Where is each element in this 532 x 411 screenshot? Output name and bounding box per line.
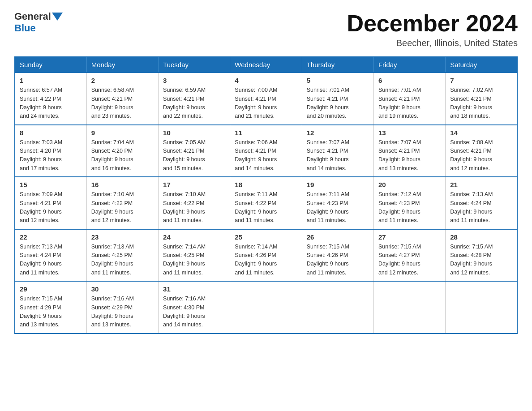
day-info: Sunrise: 7:16 AMSunset: 4:29 PMDaylight:… (91, 295, 154, 330)
calendar-day-cell: 17Sunrise: 7:10 AMSunset: 4:22 PMDayligh… (159, 177, 230, 229)
day-info: Sunrise: 7:02 AMSunset: 4:21 PMDaylight:… (450, 86, 512, 121)
day-info: Sunrise: 7:07 AMSunset: 4:21 PMDaylight:… (307, 138, 369, 173)
calendar-day-cell: 14Sunrise: 7:08 AMSunset: 4:21 PMDayligh… (446, 125, 517, 177)
day-number: 8 (20, 129, 82, 137)
calendar-day-cell: 18Sunrise: 7:11 AMSunset: 4:22 PMDayligh… (230, 177, 302, 229)
day-number: 30 (91, 285, 154, 293)
location: Beecher, Illinois, United States (347, 38, 518, 48)
day-info: Sunrise: 7:15 AMSunset: 4:27 PMDaylight:… (378, 243, 441, 278)
day-info: Sunrise: 7:12 AMSunset: 4:23 PMDaylight:… (378, 190, 441, 225)
header-saturday: Saturday (446, 57, 517, 73)
calendar-day-cell: 29Sunrise: 7:15 AMSunset: 4:29 PMDayligh… (15, 281, 86, 334)
header-monday: Monday (86, 57, 158, 73)
calendar-day-cell: 5Sunrise: 7:01 AMSunset: 4:21 PMDaylight… (302, 73, 373, 125)
calendar-week-row: 8Sunrise: 7:03 AMSunset: 4:20 PMDaylight… (15, 125, 517, 177)
calendar-day-cell: 8Sunrise: 7:03 AMSunset: 4:20 PMDaylight… (15, 125, 86, 177)
day-info: Sunrise: 6:59 AMSunset: 4:21 PMDaylight:… (163, 86, 225, 121)
day-number: 7 (450, 77, 512, 84)
header-thursday: Thursday (302, 57, 373, 73)
day-number: 18 (235, 181, 297, 188)
day-info: Sunrise: 7:14 AMSunset: 4:26 PMDaylight:… (235, 243, 297, 278)
day-number: 9 (91, 129, 154, 137)
calendar-day-cell: 28Sunrise: 7:15 AMSunset: 4:28 PMDayligh… (446, 229, 517, 282)
day-number: 27 (378, 233, 441, 241)
day-info: Sunrise: 7:00 AMSunset: 4:21 PMDaylight:… (235, 86, 297, 121)
day-info: Sunrise: 7:15 AMSunset: 4:26 PMDaylight:… (307, 243, 369, 278)
logo-blue: Blue (14, 22, 36, 34)
day-info: Sunrise: 7:07 AMSunset: 4:21 PMDaylight:… (378, 138, 441, 173)
empty-cell (446, 281, 517, 334)
calendar-week-row: 1Sunrise: 6:57 AMSunset: 4:22 PMDaylight… (15, 73, 517, 125)
day-info: Sunrise: 7:01 AMSunset: 4:21 PMDaylight:… (307, 86, 369, 121)
logo: General Blue (14, 11, 64, 34)
day-number: 26 (307, 233, 369, 241)
calendar-day-cell: 26Sunrise: 7:15 AMSunset: 4:26 PMDayligh… (302, 229, 373, 282)
day-number: 1 (20, 77, 82, 84)
calendar-day-cell: 16Sunrise: 7:10 AMSunset: 4:22 PMDayligh… (86, 177, 158, 229)
day-info: Sunrise: 7:03 AMSunset: 4:20 PMDaylight:… (20, 138, 82, 173)
day-number: 21 (450, 181, 512, 188)
logo-arrow-icon (52, 13, 63, 21)
calendar-day-cell: 27Sunrise: 7:15 AMSunset: 4:27 PMDayligh… (373, 229, 445, 282)
header-wednesday: Wednesday (230, 57, 302, 73)
day-info: Sunrise: 7:08 AMSunset: 4:21 PMDaylight:… (450, 138, 512, 173)
day-number: 6 (378, 77, 441, 84)
day-number: 3 (163, 77, 225, 84)
day-number: 15 (20, 181, 82, 188)
day-number: 31 (163, 285, 225, 293)
empty-cell (230, 281, 302, 334)
day-info: Sunrise: 7:10 AMSunset: 4:22 PMDaylight:… (163, 190, 225, 225)
header-tuesday: Tuesday (159, 57, 230, 73)
calendar-day-cell: 10Sunrise: 7:05 AMSunset: 4:21 PMDayligh… (159, 125, 230, 177)
calendar-day-cell: 13Sunrise: 7:07 AMSunset: 4:21 PMDayligh… (373, 125, 445, 177)
calendar-day-cell: 6Sunrise: 7:01 AMSunset: 4:21 PMDaylight… (373, 73, 445, 125)
calendar-day-cell: 22Sunrise: 7:13 AMSunset: 4:24 PMDayligh… (15, 229, 86, 282)
calendar-day-cell: 12Sunrise: 7:07 AMSunset: 4:21 PMDayligh… (302, 125, 373, 177)
calendar-day-cell: 1Sunrise: 6:57 AMSunset: 4:22 PMDaylight… (15, 73, 86, 125)
day-number: 10 (163, 129, 225, 137)
day-number: 28 (450, 233, 512, 241)
calendar-day-cell: 9Sunrise: 7:04 AMSunset: 4:20 PMDaylight… (86, 125, 158, 177)
day-info: Sunrise: 7:06 AMSunset: 4:21 PMDaylight:… (235, 138, 297, 173)
day-info: Sunrise: 7:11 AMSunset: 4:23 PMDaylight:… (307, 190, 369, 225)
calendar-day-cell: 4Sunrise: 7:00 AMSunset: 4:21 PMDaylight… (230, 73, 302, 125)
day-info: Sunrise: 6:58 AMSunset: 4:21 PMDaylight:… (91, 86, 154, 121)
calendar-day-cell: 23Sunrise: 7:13 AMSunset: 4:25 PMDayligh… (86, 229, 158, 282)
day-number: 16 (91, 181, 154, 188)
calendar-day-cell: 2Sunrise: 6:58 AMSunset: 4:21 PMDaylight… (86, 73, 158, 125)
day-info: Sunrise: 7:09 AMSunset: 4:21 PMDaylight:… (20, 190, 82, 225)
calendar-day-cell: 3Sunrise: 6:59 AMSunset: 4:21 PMDaylight… (159, 73, 230, 125)
day-info: Sunrise: 7:04 AMSunset: 4:20 PMDaylight:… (91, 138, 154, 173)
day-number: 12 (307, 129, 369, 137)
calendar-day-cell: 11Sunrise: 7:06 AMSunset: 4:21 PMDayligh… (230, 125, 302, 177)
day-number: 23 (91, 233, 154, 241)
day-number: 13 (378, 129, 441, 137)
day-number: 29 (20, 285, 82, 293)
calendar-day-cell: 19Sunrise: 7:11 AMSunset: 4:23 PMDayligh… (302, 177, 373, 229)
header-friday: Friday (373, 57, 445, 73)
calendar-day-cell: 30Sunrise: 7:16 AMSunset: 4:29 PMDayligh… (86, 281, 158, 334)
calendar-week-row: 29Sunrise: 7:15 AMSunset: 4:29 PMDayligh… (15, 281, 517, 334)
day-number: 19 (307, 181, 369, 188)
calendar-day-cell: 15Sunrise: 7:09 AMSunset: 4:21 PMDayligh… (15, 177, 86, 229)
day-number: 2 (91, 77, 154, 84)
day-info: Sunrise: 7:11 AMSunset: 4:22 PMDaylight:… (235, 190, 297, 225)
title-section: December 2024 Beecher, Illinois, United … (347, 11, 518, 48)
empty-cell (373, 281, 445, 334)
day-info: Sunrise: 6:57 AMSunset: 4:22 PMDaylight:… (20, 86, 82, 121)
day-info: Sunrise: 7:15 AMSunset: 4:28 PMDaylight:… (450, 243, 512, 278)
day-info: Sunrise: 7:13 AMSunset: 4:24 PMDaylight:… (20, 243, 82, 278)
day-info: Sunrise: 7:13 AMSunset: 4:24 PMDaylight:… (450, 190, 512, 225)
day-number: 11 (235, 129, 297, 137)
calendar-week-row: 15Sunrise: 7:09 AMSunset: 4:21 PMDayligh… (15, 177, 517, 229)
calendar-day-cell: 20Sunrise: 7:12 AMSunset: 4:23 PMDayligh… (373, 177, 445, 229)
day-info: Sunrise: 7:01 AMSunset: 4:21 PMDaylight:… (378, 86, 441, 121)
calendar-day-cell: 31Sunrise: 7:16 AMSunset: 4:30 PMDayligh… (159, 281, 230, 334)
day-number: 14 (450, 129, 512, 137)
calendar-week-row: 22Sunrise: 7:13 AMSunset: 4:24 PMDayligh… (15, 229, 517, 282)
day-info: Sunrise: 7:10 AMSunset: 4:22 PMDaylight:… (91, 190, 154, 225)
logo-general: General (14, 11, 51, 22)
header-sunday: Sunday (15, 57, 86, 73)
calendar-day-cell: 24Sunrise: 7:14 AMSunset: 4:25 PMDayligh… (159, 229, 230, 282)
day-info: Sunrise: 7:16 AMSunset: 4:30 PMDaylight:… (163, 295, 225, 330)
